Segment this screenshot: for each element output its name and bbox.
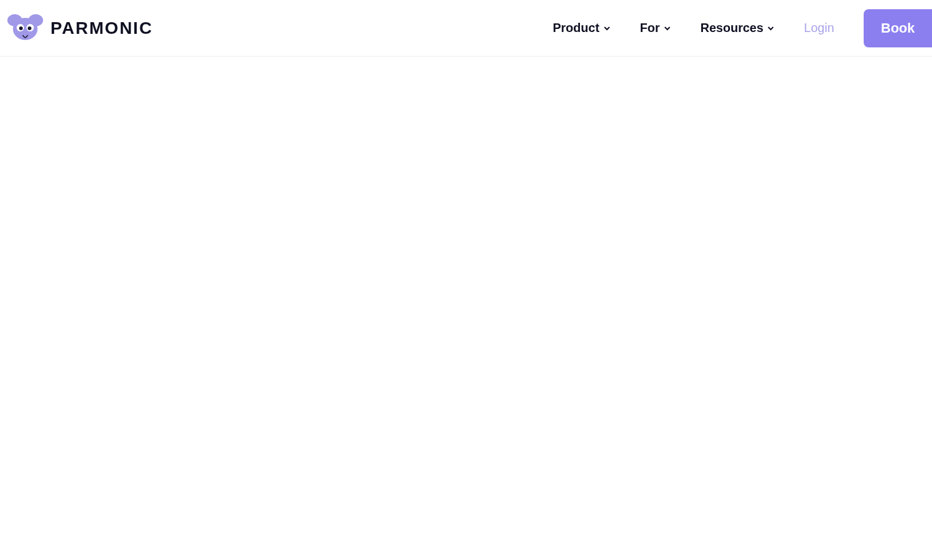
chevron-down-icon [767,25,774,32]
timeline-content: Webinars Videos Promo Ads e ⌕ + ADD A NE… [0,57,932,100]
book-button[interactable]: Book [864,9,932,47]
nav-for[interactable]: For [640,21,671,35]
nav-resources[interactable]: Resources [701,21,774,35]
svg-point-5 [19,26,23,30]
nav-product[interactable]: Product [553,21,611,35]
site-header: PARMONIC Product For Resources Login Boo… [0,0,932,57]
brand-name: PARMONIC [50,18,153,38]
chevron-down-icon [664,25,671,32]
svg-point-6 [28,26,31,30]
elephant-logo-icon [6,13,44,44]
login-link[interactable]: Login [804,21,834,35]
main-nav: Product For Resources Login Book [553,9,932,47]
chevron-down-icon [603,25,611,32]
brand-logo[interactable]: PARMONIC [6,13,153,44]
